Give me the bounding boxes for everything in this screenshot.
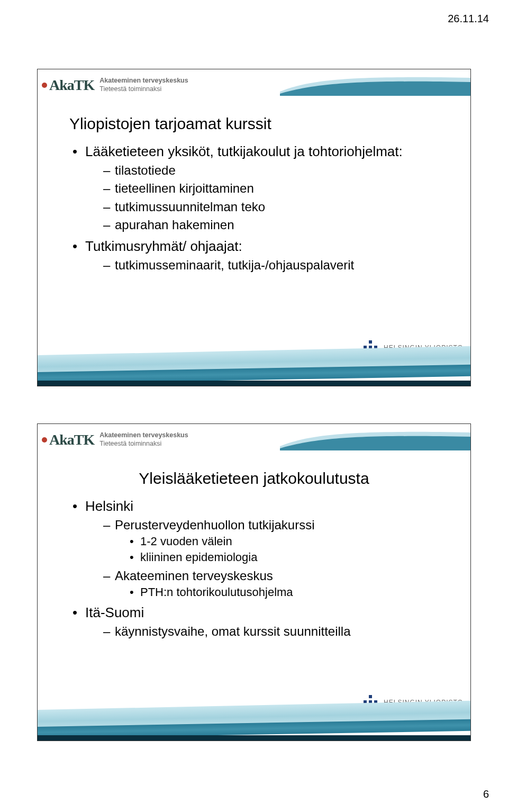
sublist: tilastotiede tieteellinen kirjoittaminen… xyxy=(103,162,439,234)
slide-body: Yliopistojen tarjoamat kurssit Lääketiet… xyxy=(38,101,470,274)
akatk-logo-mark: AkaTK xyxy=(49,78,94,93)
list-item: Akateeminen terveyskeskus PTH:n tohtorik… xyxy=(103,567,439,600)
bullet-text: Lääketieteen yksiköt, tutkijakoulut ja t… xyxy=(85,143,403,159)
akatk-logo: AkaTK Akateeminen terveyskeskus Tieteest… xyxy=(49,77,188,93)
list-item: käynnistysvaihe, omat kurssit suunnittei… xyxy=(103,623,439,640)
list-item: Tutkimusryhmät/ ohjaajat: tutkimussemina… xyxy=(72,237,439,274)
list-item: tilastotiede xyxy=(103,162,439,179)
slides-container: AkaTK Akateeminen terveyskeskus Tieteest… xyxy=(37,69,471,778)
list-item: Perusterveydenhuollon tutkijakurssi 1-2 … xyxy=(103,517,439,565)
list-item: Lääketieteen yksiköt, tutkijakoulut ja t… xyxy=(72,142,439,234)
list-item: tutkimusseminaarit, tutkija-/ohjauspalav… xyxy=(103,257,439,274)
akatk-logo: AkaTK Akateeminen terveyskeskus Tieteest… xyxy=(49,431,188,448)
sublist: Perusterveydenhuollon tutkijakurssi 1-2 … xyxy=(103,517,439,600)
bullet-text: Itä-Suomi xyxy=(85,605,144,620)
bullet-text: käynnistysvaihe, omat kurssit suunnittei… xyxy=(115,624,351,638)
bullet-text: Akateeminen terveyskeskus xyxy=(115,569,273,583)
bullet-text: kliininen epidemiologia xyxy=(140,551,257,564)
slide-body: Yleislääketieteen jatkokoulutusta Helsin… xyxy=(38,456,470,640)
tagline-line2: Tieteestä toiminnaksi xyxy=(99,85,188,94)
tagline-line1: Akateeminen terveyskeskus xyxy=(99,431,188,440)
slide-header: AkaTK Akateeminen terveyskeskus Tieteest… xyxy=(38,69,470,101)
header-swoosh-icon xyxy=(280,427,470,450)
list-item: PTH:n tohtorikoulutusohjelma xyxy=(130,584,439,600)
sublist: PTH:n tohtorikoulutusohjelma xyxy=(130,584,439,600)
list-item: Helsinki Perusterveydenhuollon tutkijaku… xyxy=(72,497,439,600)
akatk-tagline: Akateeminen terveyskeskus Tieteestä toim… xyxy=(99,77,188,93)
slide-title: Yliopistojen tarjoamat kurssit xyxy=(69,115,439,133)
list-item: tutkimussuunnitelman teko xyxy=(103,199,439,215)
slide-footer: HELSINGIN YLIOPISTO xyxy=(38,340,470,386)
list-item: apurahan hakeminen xyxy=(103,216,439,233)
sublist: tutkimusseminaarit, tutkija-/ohjauspalav… xyxy=(103,257,439,274)
bullet-list: Helsinki Perusterveydenhuollon tutkijaku… xyxy=(72,497,439,640)
sublist: 1-2 vuoden välein kliininen epidemiologi… xyxy=(130,534,439,565)
bullet-text: tieteellinen kirjoittaminen xyxy=(115,181,254,195)
bullet-text: 1-2 vuoden välein xyxy=(140,535,232,548)
footer-swoosh-icon xyxy=(38,714,470,741)
bullet-text: tilastotiede xyxy=(115,163,176,177)
slide-title: Yleislääketieteen jatkokoulutusta xyxy=(69,470,439,488)
list-item: tieteellinen kirjoittaminen xyxy=(103,180,439,197)
bullet-text: Perusterveydenhuollon tutkijakurssi xyxy=(115,518,315,532)
document-date: 26.11.14 xyxy=(448,13,489,25)
sublist: käynnistysvaihe, omat kurssit suunnittei… xyxy=(103,623,439,640)
bullet-text: tutkimussuunnitelman teko xyxy=(115,200,265,214)
list-item: 1-2 vuoden välein xyxy=(130,534,439,549)
page-number: 6 xyxy=(483,788,489,800)
bullet-text: PTH:n tohtorikoulutusohjelma xyxy=(140,585,293,599)
akatk-logo-mark: AkaTK xyxy=(49,432,94,447)
slide-header: AkaTK Akateeminen terveyskeskus Tieteest… xyxy=(38,424,470,456)
tagline-line2: Tieteestä toiminnaksi xyxy=(99,440,188,448)
bullet-text: apurahan hakeminen xyxy=(115,218,234,232)
slide-footer: HELSINGIN YLIOPISTO xyxy=(38,695,470,741)
header-swoosh-icon xyxy=(280,73,470,96)
slide-1: AkaTK Akateeminen terveyskeskus Tieteest… xyxy=(37,69,471,386)
bullet-text: Tutkimusryhmät/ ohjaajat: xyxy=(85,238,242,254)
bullet-text: Helsinki xyxy=(85,498,133,514)
akatk-tagline: Akateeminen terveyskeskus Tieteestä toim… xyxy=(99,431,188,448)
slide-2: AkaTK Akateeminen terveyskeskus Tieteest… xyxy=(37,423,471,741)
list-item: kliininen epidemiologia xyxy=(130,549,439,565)
footer-swoosh-icon xyxy=(38,359,470,386)
bullet-list: Lääketieteen yksiköt, tutkijakoulut ja t… xyxy=(72,142,439,274)
bullet-text: tutkimusseminaarit, tutkija-/ohjauspalav… xyxy=(115,258,354,272)
tagline-line1: Akateeminen terveyskeskus xyxy=(99,77,188,85)
list-item: Itä-Suomi käynnistysvaihe, omat kurssit … xyxy=(72,603,439,640)
page: 26.11.14 AkaTK Akateeminen terveyskeskus… xyxy=(0,0,508,812)
